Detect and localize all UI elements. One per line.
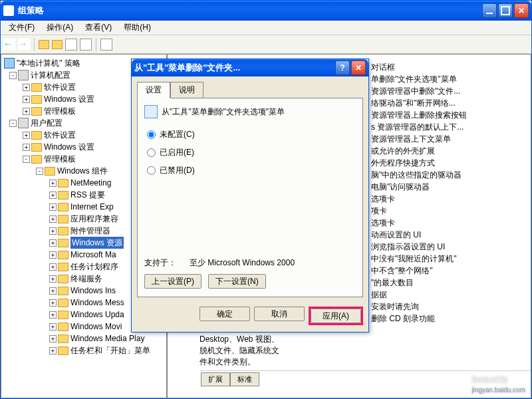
folder-icon xyxy=(31,131,42,140)
expand-icon[interactable]: + xyxy=(23,84,30,91)
radio-not-configured-row[interactable]: 未配置(C) xyxy=(144,128,356,142)
tree-item[interactable]: Windows 设置 xyxy=(44,93,94,105)
menu-help[interactable]: 帮助(H) xyxy=(118,21,156,35)
tree-item-label[interactable]: 任务计划程序 xyxy=(70,261,118,273)
collapse-icon[interactable]: - xyxy=(36,168,43,175)
expand-icon[interactable]: + xyxy=(23,132,30,139)
expand-icon[interactable]: + xyxy=(49,347,57,354)
list-item-label: 选项卡 xyxy=(371,194,395,203)
list-item-label: "的最大数目 xyxy=(371,278,414,287)
expand-icon[interactable]: + xyxy=(23,144,30,151)
tree-item[interactable]: 管理模板 xyxy=(44,105,76,117)
minimize-button[interactable] xyxy=(482,3,497,18)
expand-icon[interactable]: + xyxy=(49,287,57,295)
computer-config-icon xyxy=(18,70,29,80)
properties-icon[interactable] xyxy=(65,39,77,51)
expand-icon[interactable]: + xyxy=(49,263,57,271)
cancel-button[interactable]: 取消 xyxy=(254,307,305,321)
tree-item-label[interactable]: RSS 提要 xyxy=(70,189,105,201)
nav-buttons: 上一设置(P) 下一设置(N) xyxy=(144,274,356,289)
radio-enabled-row[interactable]: 已启用(E) xyxy=(144,146,356,160)
tree-item-label[interactable]: Windows Ins xyxy=(70,285,116,297)
radio-label: 已禁用(D) xyxy=(160,165,195,176)
setting-tab-content: 从"工具"菜单删除"文件夹选项"菜单 未配置(C) 已启用(E) 已禁用(D) … xyxy=(137,98,363,297)
collapse-icon[interactable]: - xyxy=(9,120,17,127)
folder-icon xyxy=(58,203,68,211)
dialog-body: 设置 说明 从"工具"菜单删除"文件夹选项"菜单 未配置(C) 已启用(E) 已… xyxy=(132,76,368,303)
tree-root[interactable]: "本地计算机" 策略 xyxy=(17,57,80,69)
tab-standard[interactable]: 标准 xyxy=(230,372,259,386)
ok-button[interactable]: 确定 xyxy=(200,307,250,321)
tree-item-label[interactable]: Microsoft Ma xyxy=(70,249,116,261)
radio-disabled[interactable] xyxy=(147,166,156,175)
maximize-button[interactable] xyxy=(498,3,513,18)
tree-item-label[interactable]: 应用程序兼容 xyxy=(70,213,118,225)
radio-enabled[interactable] xyxy=(147,148,156,157)
tree-item[interactable]: 管理模板 xyxy=(44,153,76,165)
tree-item[interactable]: 软件设置 xyxy=(44,129,76,141)
tab-setting[interactable]: 设置 xyxy=(137,82,170,98)
expand-icon[interactable]: + xyxy=(49,311,57,319)
tree-item[interactable]: Windows 设置 xyxy=(44,141,94,153)
expand-icon[interactable]: + xyxy=(49,239,57,247)
expand-icon[interactable]: + xyxy=(49,323,57,331)
next-setting-button[interactable]: 下一设置(N) xyxy=(208,274,266,289)
expand-icon[interactable]: + xyxy=(49,215,57,223)
close-button[interactable]: ✕ xyxy=(514,3,529,18)
tree-item-label[interactable]: Windows Upda xyxy=(70,309,124,321)
prev-setting-button[interactable]: 上一设置(P) xyxy=(144,274,201,289)
tree-item-label[interactable]: Windows 资源 xyxy=(70,237,124,249)
collapse-icon[interactable]: - xyxy=(23,156,30,163)
list-item-label: 项卡 xyxy=(371,206,387,215)
tree-user-config[interactable]: 用户配置 xyxy=(31,117,63,129)
tree-item-label[interactable]: Internet Exp xyxy=(70,201,114,213)
tree-item-label[interactable]: 附件管理器 xyxy=(70,225,110,237)
tree-item[interactable]: 软件设置 xyxy=(44,81,76,93)
tree-item-label[interactable]: Windows Movi xyxy=(70,321,122,332)
tree-item-label[interactable]: 终端服务 xyxy=(70,273,102,285)
support-value: 至少 Microsoft Windows 2000 xyxy=(190,257,295,269)
radio-not-configured[interactable] xyxy=(147,130,156,139)
expand-icon[interactable]: + xyxy=(23,96,30,103)
expand-icon[interactable]: + xyxy=(49,275,57,283)
tree-computer-config[interactable]: 计算机配置 xyxy=(31,69,70,81)
folder-icon xyxy=(58,251,68,259)
up-folder-icon[interactable] xyxy=(39,40,49,49)
forward-icon[interactable] xyxy=(18,39,30,51)
list-item-label: 安装时请先询 xyxy=(371,302,419,311)
list-icon[interactable] xyxy=(80,39,92,51)
expand-icon[interactable]: + xyxy=(49,251,57,259)
expand-icon[interactable]: + xyxy=(49,192,57,199)
support-label: 支持于： xyxy=(144,257,176,269)
tab-explain[interactable]: 说明 xyxy=(170,82,203,98)
menu-action[interactable]: 操作(A) xyxy=(41,21,78,35)
menu-file[interactable]: 文件(F) xyxy=(3,21,40,35)
tree-windows-components[interactable]: Windows 组件 xyxy=(57,165,108,177)
watermark-brand: Baidu经验 xyxy=(471,375,508,384)
menu-view[interactable]: 查看(V) xyxy=(80,21,117,35)
menu-bar: 文件(F) 操作(A) 查看(V) 帮助(H) xyxy=(1,21,531,35)
expand-icon[interactable]: + xyxy=(49,203,57,211)
folder-icon[interactable] xyxy=(52,40,63,49)
apply-button[interactable]: 应用(A) xyxy=(311,309,361,323)
expand-icon[interactable]: + xyxy=(23,108,30,115)
dialog-close-button[interactable]: ✕ xyxy=(351,61,366,75)
folder-icon xyxy=(58,323,68,331)
tree-item-label[interactable]: Windows Mess xyxy=(70,297,124,309)
back-icon[interactable] xyxy=(3,39,15,51)
expand-icon[interactable]: + xyxy=(49,299,57,307)
expand-icon[interactable]: + xyxy=(49,335,57,342)
tree-item-row[interactable]: +Windows Media Play xyxy=(4,332,164,344)
tree-item-label[interactable]: NetMeeting xyxy=(70,177,111,189)
radio-disabled-row[interactable]: 已禁用(D) xyxy=(144,164,356,178)
tree-item-label[interactable]: 任务栏和「开始」菜单 xyxy=(70,344,150,356)
help-icon[interactable] xyxy=(100,39,112,51)
help-button[interactable]: ? xyxy=(335,61,350,75)
tree-item-row[interactable]: +任务栏和「开始」菜单 xyxy=(4,344,164,356)
tree-item-label[interactable]: Windows Media Play xyxy=(70,332,144,344)
folder-icon xyxy=(58,275,68,283)
tab-extended[interactable]: 扩展 xyxy=(201,372,230,386)
collapse-icon[interactable]: - xyxy=(9,72,17,79)
expand-icon[interactable]: + xyxy=(49,227,57,235)
expand-icon[interactable]: + xyxy=(49,180,57,187)
